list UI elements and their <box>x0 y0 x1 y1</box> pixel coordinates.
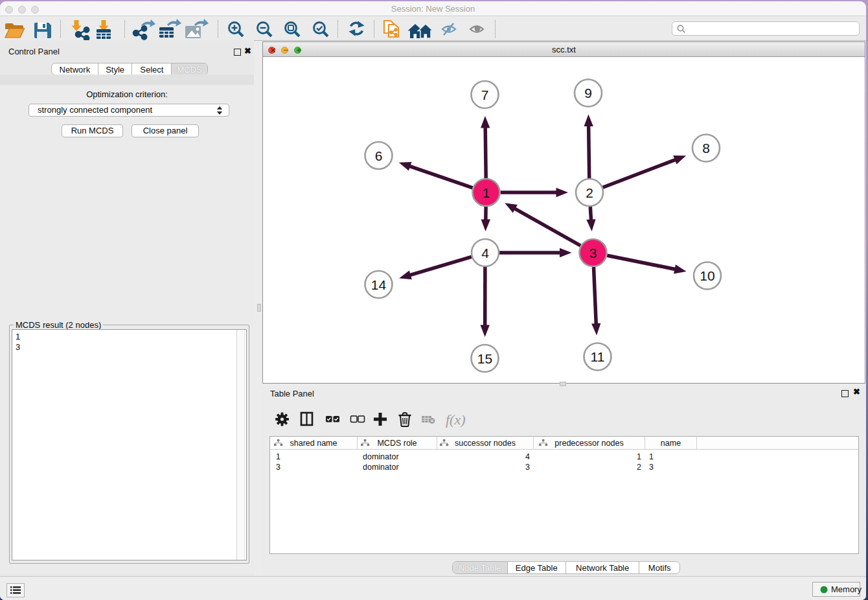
svg-text:9: 9 <box>584 86 592 100</box>
svg-text:15: 15 <box>477 351 492 366</box>
svg-text:3: 3 <box>589 246 597 260</box>
svg-text:4: 4 <box>481 246 489 260</box>
svg-text:8: 8 <box>702 141 710 156</box>
svg-text:1: 1 <box>483 185 490 200</box>
svg-text:2: 2 <box>586 185 593 200</box>
svg-text:14: 14 <box>371 277 387 292</box>
svg-text:f(x): f(x) <box>446 411 466 428</box>
svg-text:10: 10 <box>700 268 714 283</box>
svg-text:7: 7 <box>481 87 489 102</box>
svg-text:11: 11 <box>591 349 605 364</box>
svg-text:6: 6 <box>375 148 383 163</box>
